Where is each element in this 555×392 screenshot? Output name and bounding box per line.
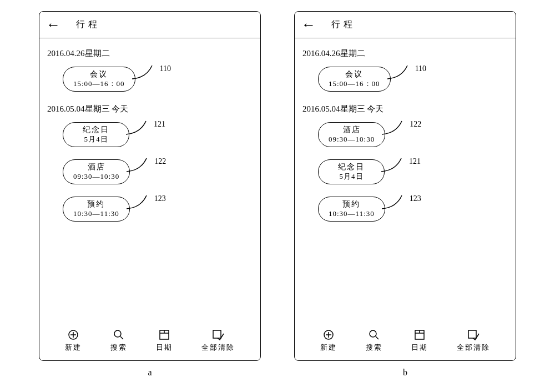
event-bubble-hotel[interactable]: 酒店 09:30—10:30 [318, 122, 385, 147]
phone-frame-a: ← 行程 2016.04.26星期二 会议 15:00—16：00 110 20… [39, 11, 261, 361]
tab-label: 新建 [65, 343, 82, 353]
figure-container: ← 行程 2016.04.26星期二 会议 15:00—16：00 110 20… [0, 0, 555, 383]
svg-rect-17 [468, 330, 476, 338]
svg-point-12 [370, 330, 376, 337]
tab-label: 全部清除 [457, 343, 490, 353]
plus-circle-icon [323, 329, 334, 340]
subfigure-label-a: a [148, 368, 152, 378]
event-time: 10:30—11:30 [73, 209, 119, 219]
subfigure-b: ← 行程 2016.04.26星期二 会议 15:00—16：00 110 20… [294, 11, 516, 378]
ref-number-110: 110 [415, 64, 426, 73]
page-title: 行程 [331, 19, 356, 31]
event-row-123: 预约 10:30—11:30 123 [302, 197, 508, 222]
tab-label: 搜索 [366, 343, 382, 353]
tab-search[interactable]: 搜索 [110, 329, 127, 353]
leader-line-icon [131, 64, 159, 81]
event-row-121: 纪念日 5月4日 121 [302, 159, 508, 184]
tab-label: 全部清除 [201, 343, 235, 353]
tab-clear-all[interactable]: 全部清除 [201, 329, 235, 353]
back-arrow-icon[interactable]: ← [301, 18, 316, 32]
clear-all-icon [467, 329, 480, 340]
date-header-1: 2016.04.26星期二 [47, 48, 253, 59]
svg-line-13 [376, 336, 379, 339]
leader-line-icon [380, 157, 408, 174]
event-bubble-anniversary[interactable]: 纪念日 5月4日 [63, 122, 129, 147]
event-row-121: 纪念日 5月4日 121 [47, 122, 253, 147]
subfigure-a: ← 行程 2016.04.26星期二 会议 15:00—16：00 110 20… [39, 11, 261, 378]
tab-label: 日期 [156, 343, 173, 353]
content-area: 2016.04.26星期二 会议 15:00—16：00 110 2016.05… [295, 38, 516, 222]
date-header-1: 2016.04.26星期二 [302, 48, 508, 59]
phone-frame-b: ← 行程 2016.04.26星期二 会议 15:00—16：00 110 20… [294, 11, 516, 361]
calendar-icon [159, 329, 170, 340]
subfigure-label-b: b [403, 368, 407, 378]
event-row-110: 会议 15:00—16：00 110 [302, 67, 508, 92]
leader-line-icon [386, 64, 414, 81]
event-title: 纪念日 [329, 162, 374, 172]
event-row-110: 会议 15:00—16：00 110 [47, 67, 253, 92]
page-title: 行程 [76, 19, 100, 31]
event-bubble-hotel[interactable]: 酒店 09:30—10:30 [63, 159, 130, 184]
svg-point-3 [114, 330, 121, 337]
tab-clear-all[interactable]: 全部清除 [457, 329, 490, 353]
event-title: 酒店 [73, 162, 119, 172]
event-row-122: 酒店 09:30—10:30 122 [47, 159, 253, 184]
ref-number-110: 110 [160, 64, 171, 73]
date-header-2: 2016.05.04星期三 今天 [302, 104, 508, 114]
event-bubble-meeting[interactable]: 会议 15:00—16：00 [318, 67, 391, 92]
date-header-2: 2016.05.04星期三 今天 [47, 104, 253, 114]
tab-label: 日期 [411, 343, 428, 353]
back-arrow-icon[interactable]: ← [46, 18, 60, 32]
event-row-123: 预约 10:30—11:30 123 [47, 197, 253, 222]
tab-date[interactable]: 日期 [411, 329, 428, 353]
plus-circle-icon [68, 329, 79, 340]
tabbar: 新建 搜索 日期 全部 [39, 329, 260, 353]
search-icon [113, 329, 124, 340]
event-time: 15:00—16：00 [73, 79, 125, 89]
tab-date[interactable]: 日期 [156, 329, 173, 353]
ref-number-123: 123 [410, 194, 421, 203]
tab-search[interactable]: 搜索 [366, 329, 382, 353]
content-area: 2016.04.26星期二 会议 15:00—16：00 110 2016.05… [39, 38, 260, 222]
svg-rect-8 [213, 330, 221, 338]
event-bubble-reservation[interactable]: 预约 10:30—11:30 [63, 197, 130, 222]
header: ← 行程 [295, 12, 516, 38]
event-time: 09:30—10:30 [329, 135, 375, 144]
event-time: 15:00—16：00 [329, 79, 380, 89]
svg-line-4 [120, 336, 123, 339]
event-bubble-reservation[interactable]: 预约 10:30—11:30 [318, 197, 385, 222]
event-title: 会议 [329, 69, 380, 79]
ref-number-122: 122 [410, 120, 421, 129]
tabbar: 新建 搜索 日期 全部 [295, 329, 516, 353]
tab-new[interactable]: 新建 [320, 329, 337, 353]
leader-line-icon [125, 157, 153, 174]
header: ← 行程 [39, 12, 260, 38]
leader-line-icon [381, 120, 408, 137]
ref-number-122: 122 [154, 157, 166, 166]
event-title: 预约 [73, 199, 119, 209]
event-title: 酒店 [329, 125, 375, 135]
ref-number-121: 121 [154, 120, 165, 129]
tab-new[interactable]: 新建 [65, 329, 82, 353]
event-time: 5月4日 [73, 135, 119, 144]
event-bubble-meeting[interactable]: 会议 15:00—16：00 [63, 67, 135, 92]
leader-line-icon [125, 120, 153, 137]
event-title: 预约 [329, 199, 375, 209]
event-bubble-anniversary[interactable]: 纪念日 5月4日 [318, 159, 385, 184]
clear-all-icon [212, 329, 224, 340]
search-icon [369, 329, 380, 340]
event-title: 纪念日 [73, 125, 119, 135]
leader-line-icon [125, 194, 153, 211]
event-title: 会议 [73, 69, 125, 79]
tab-label: 新建 [320, 343, 337, 353]
event-row-122: 酒店 09:30—10:30 122 [302, 122, 508, 147]
event-time: 5月4日 [329, 172, 374, 182]
leader-line-icon [381, 194, 408, 211]
ref-number-123: 123 [154, 194, 166, 203]
ref-number-121: 121 [409, 157, 421, 166]
tab-label: 搜索 [110, 343, 127, 353]
calendar-icon [414, 329, 425, 340]
event-time: 09:30—10:30 [73, 172, 119, 182]
event-time: 10:30—11:30 [329, 209, 375, 219]
